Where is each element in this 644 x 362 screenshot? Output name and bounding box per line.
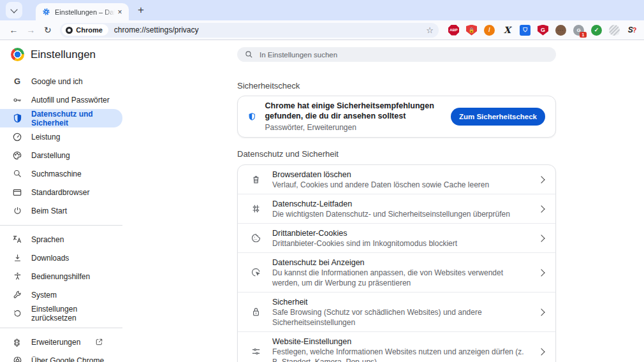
page-title: Einstellungen [31, 48, 96, 61]
extension-badge: 1 [580, 32, 587, 38]
row-site-settings[interactable]: Website-Einstellungen Festlegen, welche … [238, 331, 555, 362]
row-security[interactable]: Sicherheit Safe Browsing (Schutz vor sch… [238, 292, 555, 331]
disabled-extension-icon[interactable] [609, 25, 620, 36]
x-letter-icon[interactable]: X [502, 25, 513, 36]
chrome-outline-icon [11, 355, 23, 362]
row-subtitle: Safe Browsing (Schutz vor schädlichen We… [272, 307, 525, 328]
back-button[interactable]: ← [6, 22, 21, 38]
row-title: Datenschutz-Leitfaden [272, 199, 525, 209]
chevron-right-icon [538, 235, 545, 242]
row-third-party-cookies[interactable]: Drittanbieter-Cookies Drittanbieter-Cook… [238, 223, 555, 252]
reload-button[interactable]: ↻ [41, 22, 55, 38]
sidebar-item-system[interactable]: System [0, 286, 122, 304]
sidebar-item-google[interactable]: G Google und ich [0, 72, 122, 90]
row-title: Browserdaten löschen [272, 170, 525, 180]
row-title: Website-Einstellungen [272, 337, 525, 347]
row-subtitle: Die wichtigsten Datenschutz- und Sicherh… [272, 209, 525, 219]
sidebar-item-label: Beim Start [31, 206, 67, 215]
sidebar-item-languages[interactable]: Sprachen [0, 230, 122, 249]
security-check-subtitle: Passwörter, Erweiterungen [265, 122, 441, 133]
s-question-icon[interactable]: S ? [627, 25, 638, 36]
gray-extension-icon[interactable]: G 1 [573, 25, 584, 36]
cookie-icon [249, 232, 262, 245]
security-check-button[interactable]: Zum Sicherheitscheck [451, 108, 545, 126]
wrench-icon [11, 289, 23, 301]
row-privacy-guide[interactable]: Datenschutz-Leitfaden Die wichtigsten Da… [238, 194, 555, 223]
row-clear-browsing-data[interactable]: Browserdaten löschen Verlauf, Cookies un… [238, 165, 555, 194]
sidebar-item-performance[interactable]: Leistung [0, 127, 122, 146]
gdata-shield-icon[interactable]: G [538, 25, 548, 36]
accessibility-icon [11, 271, 23, 282]
sidebar-item-privacy[interactable]: Datenschutz und Sicherheit [0, 109, 122, 127]
reset-icon [11, 308, 23, 319]
sidebar-item-downloads[interactable]: Downloads [0, 249, 122, 267]
settings-main: Sicherheitscheck Chrome hat einige Siche… [237, 40, 556, 362]
tab-close-icon[interactable]: × [115, 7, 125, 17]
row-text: Browserdaten löschen Verlauf, Cookies un… [272, 170, 525, 190]
security-check-text: Chrome hat einige Sicherheitsempfehlunge… [265, 101, 441, 133]
row-title: Drittanbieter-Cookies [272, 228, 525, 238]
sidebar-item-label: Sprachen [31, 235, 64, 244]
settings-header: Einstellungen [11, 48, 96, 61]
row-ad-privacy[interactable]: Datenschutz bei Anzeigen Du kannst die I… [238, 252, 555, 292]
sidebar-item-default-browser[interactable]: Standardbrowser [0, 183, 122, 201]
row-subtitle: Festlegen, welche Informationen Websites… [272, 347, 525, 362]
red-shield-lock-icon[interactable]: 🔒 [466, 25, 477, 36]
download-icon [11, 252, 23, 264]
defender-shield-icon[interactable]: ⛉ [520, 25, 531, 36]
orange-antivirus-icon[interactable]: / [484, 25, 495, 36]
green-check-icon[interactable]: ✓ [591, 25, 602, 36]
speedometer-icon [11, 131, 23, 143]
new-tab-button[interactable]: + [133, 2, 149, 18]
shield-blue-icon [248, 110, 256, 124]
sidebar-item-on-startup[interactable]: Beim Start [0, 201, 122, 220]
privacy-guide-icon [249, 203, 262, 215]
site-chip[interactable]: Chrome [62, 24, 108, 36]
row-text: Datenschutz-Leitfaden Die wichtigsten Da… [272, 199, 525, 219]
chevron-right-icon [538, 308, 545, 315]
address-bar[interactable]: Chrome chrome://settings/privacy ☆ [60, 23, 439, 38]
url-text[interactable]: chrome://settings/privacy [114, 25, 423, 34]
tune-icon [249, 345, 262, 358]
tab-search-button[interactable] [6, 2, 22, 18]
cookie-extension-icon[interactable]: ··· [555, 25, 566, 36]
ads-privacy-icon [249, 266, 262, 279]
search-icon [11, 168, 23, 180]
settings-sidebar: G Google und ich Autofill und Passwörter… [0, 72, 128, 362]
sidebar-item-label: Datenschutz und Sicherheit [31, 110, 122, 127]
sidebar-item-label: Einstellungen zurücksetzen [31, 305, 122, 322]
lock-icon [249, 306, 262, 319]
active-tab[interactable]: Einstellungen – Datenschutz un × [36, 3, 129, 20]
security-check-heading: Sicherheitscheck [237, 81, 556, 90]
bookmark-star-icon[interactable]: ☆ [426, 25, 434, 35]
row-text: Drittanbieter-Cookies Drittanbieter-Cook… [272, 228, 525, 249]
settings-page: Einstellungen G Google und ich Autofill … [0, 40, 644, 362]
sidebar-item-label: System [31, 291, 57, 300]
translate-icon [11, 234, 23, 245]
forward-button[interactable]: → [24, 22, 38, 38]
sidebar-item-label: Suchmaschine [31, 170, 82, 178]
sidebar-item-appearance[interactable]: Darstellung [0, 146, 122, 164]
sidebar-item-search-engine[interactable]: Suchmaschine [0, 164, 122, 183]
sidebar-item-extensions[interactable]: Erweiterungen [0, 333, 122, 351]
sidebar-item-label: Leistung [31, 133, 60, 141]
chrome-logo-icon [11, 48, 24, 61]
privacy-section-heading: Datenschutz und Sicherheit [237, 149, 556, 159]
palette-icon [11, 150, 23, 161]
power-icon [11, 205, 23, 217]
adblock-plus-icon[interactable]: ABP [448, 25, 459, 36]
row-text: Datenschutz bei Anzeigen Du kannst die I… [272, 257, 525, 288]
privacy-card: Browserdaten löschen Verlauf, Cookies un… [237, 164, 556, 362]
chevron-right-icon [538, 176, 545, 183]
google-g-icon: G [11, 76, 23, 87]
sidebar-item-autofill[interactable]: Autofill und Passwörter [0, 90, 122, 109]
chevron-right-icon [538, 269, 545, 276]
sidebar-item-reset[interactable]: Einstellungen zurücksetzen [0, 304, 122, 322]
security-check-card: Chrome hat einige Sicherheitsempfehlunge… [237, 96, 556, 138]
sidebar-item-label: Autofill und Passwörter [31, 96, 110, 105]
settings-gear-icon [42, 8, 50, 16]
sidebar-item-about-chrome[interactable]: Über Google Chrome [0, 351, 122, 362]
key-icon [11, 94, 23, 106]
sidebar-item-accessibility[interactable]: Bedienungshilfen [0, 267, 122, 286]
sidebar-item-label: Standardbrowser [31, 188, 89, 197]
